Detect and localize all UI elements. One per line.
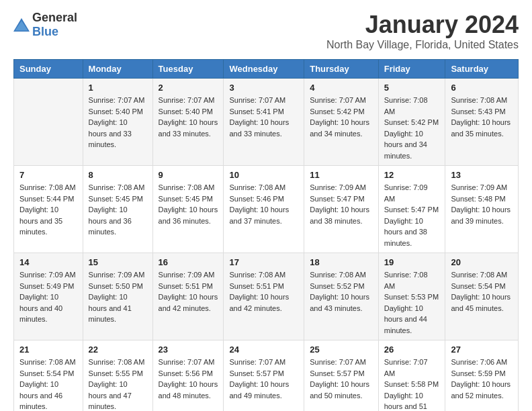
calendar-cell-2-2: 16Sunrise: 7:09 AMSunset: 5:51 PMDayligh…: [152, 253, 224, 340]
day-info: Sunrise: 7:08 AMSunset: 5:45 PMDaylight:…: [89, 182, 147, 238]
day-number: 24: [229, 345, 298, 355]
calendar-cell-3-3: 24Sunrise: 7:07 AMSunset: 5:57 PMDayligh…: [224, 340, 304, 412]
day-number: 3: [229, 83, 298, 93]
day-number: 26: [384, 345, 440, 355]
day-info: Sunrise: 7:07 AMSunset: 5:58 PMDaylight:…: [384, 357, 440, 411]
calendar-cell-1-2: 9Sunrise: 7:08 AMSunset: 5:45 PMDaylight…: [152, 166, 224, 253]
day-info: Sunrise: 7:07 AMSunset: 5:40 PMDaylight:…: [159, 95, 218, 139]
day-number: 17: [229, 257, 298, 267]
header-sunday: Sunday: [14, 60, 83, 79]
calendar-cell-0-3: 3Sunrise: 7:07 AMSunset: 5:41 PMDaylight…: [224, 79, 304, 166]
day-info: Sunrise: 7:09 AMSunset: 5:47 PMDaylight:…: [310, 182, 372, 226]
header: General Blue January 2024 North Bay Vill…: [13, 11, 519, 51]
day-number: 1: [89, 83, 147, 93]
day-info: Sunrise: 7:07 AMSunset: 5:41 PMDaylight:…: [229, 95, 298, 139]
calendar-cell-3-5: 26Sunrise: 7:07 AMSunset: 5:58 PMDayligh…: [378, 340, 445, 412]
day-info: Sunrise: 7:07 AMSunset: 5:57 PMDaylight:…: [310, 357, 372, 401]
day-number: 18: [310, 257, 372, 267]
calendar-cell-2-4: 18Sunrise: 7:08 AMSunset: 5:52 PMDayligh…: [304, 253, 378, 340]
calendar-cell-0-1: 1Sunrise: 7:07 AMSunset: 5:40 PMDaylight…: [83, 79, 152, 166]
day-number: 12: [384, 170, 440, 180]
calendar-week-2: 14Sunrise: 7:09 AMSunset: 5:49 PMDayligh…: [14, 253, 519, 340]
day-number: 13: [451, 170, 513, 180]
day-number: 21: [19, 345, 77, 355]
calendar-cell-0-0: [14, 79, 83, 166]
calendar-cell-0-4: 4Sunrise: 7:07 AMSunset: 5:42 PMDaylight…: [304, 79, 378, 166]
day-info: Sunrise: 7:08 AMSunset: 5:52 PMDaylight:…: [310, 269, 372, 314]
day-number: 9: [159, 170, 218, 180]
day-info: Sunrise: 7:08 AMSunset: 5:43 PMDaylight:…: [451, 95, 513, 139]
calendar-cell-3-1: 22Sunrise: 7:08 AMSunset: 5:55 PMDayligh…: [83, 340, 152, 412]
calendar-cell-3-0: 21Sunrise: 7:08 AMSunset: 5:54 PMDayligh…: [14, 340, 83, 412]
calendar-cell-1-6: 13Sunrise: 7:09 AMSunset: 5:48 PMDayligh…: [445, 166, 519, 253]
calendar-cell-0-6: 6Sunrise: 7:08 AMSunset: 5:43 PMDaylight…: [445, 79, 519, 166]
day-info: Sunrise: 7:08 AMSunset: 5:45 PMDaylight:…: [159, 182, 218, 226]
calendar-cell-1-5: 12Sunrise: 7:09 AMSunset: 5:47 PMDayligh…: [378, 166, 445, 253]
calendar-cell-2-0: 14Sunrise: 7:09 AMSunset: 5:49 PMDayligh…: [14, 253, 83, 340]
day-info: Sunrise: 7:09 AMSunset: 5:51 PMDaylight:…: [159, 269, 218, 314]
calendar-cell-2-6: 20Sunrise: 7:08 AMSunset: 5:54 PMDayligh…: [445, 253, 519, 340]
title-section: January 2024 North Bay Village, Florida,…: [326, 11, 519, 51]
day-info: Sunrise: 7:07 AMSunset: 5:40 PMDaylight:…: [89, 95, 147, 150]
day-info: Sunrise: 7:09 AMSunset: 5:47 PMDaylight:…: [384, 182, 440, 248]
day-info: Sunrise: 7:09 AMSunset: 5:48 PMDaylight:…: [451, 182, 513, 226]
day-number: 19: [384, 257, 440, 267]
day-info: Sunrise: 7:09 AMSunset: 5:49 PMDaylight:…: [19, 269, 77, 325]
day-number: 7: [19, 170, 77, 180]
calendar-cell-2-5: 19Sunrise: 7:08 AMSunset: 5:53 PMDayligh…: [378, 253, 445, 340]
day-number: 4: [310, 83, 372, 93]
logo: General Blue: [13, 11, 77, 39]
calendar-cell-2-3: 17Sunrise: 7:08 AMSunset: 5:51 PMDayligh…: [224, 253, 304, 340]
header-thursday: Thursday: [304, 60, 378, 79]
day-number: 8: [89, 170, 147, 180]
calendar-table: Sunday Monday Tuesday Wednesday Thursday…: [13, 59, 519, 411]
calendar-cell-1-1: 8Sunrise: 7:08 AMSunset: 5:45 PMDaylight…: [83, 166, 152, 253]
day-info: Sunrise: 7:08 AMSunset: 5:55 PMDaylight:…: [89, 357, 147, 411]
weekday-header-row: Sunday Monday Tuesday Wednesday Thursday…: [14, 60, 519, 79]
day-number: 10: [229, 170, 298, 180]
header-saturday: Saturday: [445, 60, 519, 79]
calendar-cell-1-3: 10Sunrise: 7:08 AMSunset: 5:46 PMDayligh…: [224, 166, 304, 253]
logo-general: General: [32, 11, 77, 24]
header-friday: Friday: [378, 60, 445, 79]
day-number: 20: [451, 257, 513, 267]
calendar-cell-1-0: 7Sunrise: 7:08 AMSunset: 5:44 PMDaylight…: [14, 166, 83, 253]
day-info: Sunrise: 7:08 AMSunset: 5:44 PMDaylight:…: [19, 182, 77, 238]
calendar-cell-3-2: 23Sunrise: 7:07 AMSunset: 5:56 PMDayligh…: [152, 340, 224, 412]
calendar-week-3: 21Sunrise: 7:08 AMSunset: 5:54 PMDayligh…: [14, 340, 519, 412]
day-number: 14: [19, 257, 77, 267]
day-info: Sunrise: 7:07 AMSunset: 5:57 PMDaylight:…: [229, 357, 298, 401]
day-number: 11: [310, 170, 372, 180]
day-info: Sunrise: 7:08 AMSunset: 5:42 PMDaylight:…: [384, 95, 440, 161]
day-number: 27: [451, 345, 513, 355]
calendar-cell-0-2: 2Sunrise: 7:07 AMSunset: 5:40 PMDaylight…: [152, 79, 224, 166]
day-number: 23: [159, 345, 218, 355]
day-info: Sunrise: 7:06 AMSunset: 5:59 PMDaylight:…: [451, 357, 513, 401]
day-info: Sunrise: 7:08 AMSunset: 5:54 PMDaylight:…: [19, 357, 77, 411]
logo-blue: Blue: [32, 25, 58, 38]
day-number: 6: [451, 83, 513, 93]
day-info: Sunrise: 7:08 AMSunset: 5:53 PMDaylight:…: [384, 269, 440, 336]
calendar-cell-0-5: 5Sunrise: 7:08 AMSunset: 5:42 PMDaylight…: [378, 79, 445, 166]
day-number: 15: [89, 257, 147, 267]
day-number: 16: [159, 257, 218, 267]
calendar-title: January 2024: [326, 11, 519, 39]
logo-icon: [13, 18, 30, 32]
header-tuesday: Tuesday: [152, 60, 224, 79]
day-info: Sunrise: 7:08 AMSunset: 5:46 PMDaylight:…: [229, 182, 298, 226]
calendar-subtitle: North Bay Village, Florida, United State…: [326, 39, 519, 51]
calendar-cell-1-4: 11Sunrise: 7:09 AMSunset: 5:47 PMDayligh…: [304, 166, 378, 253]
calendar-cell-2-1: 15Sunrise: 7:09 AMSunset: 5:50 PMDayligh…: [83, 253, 152, 340]
header-monday: Monday: [83, 60, 152, 79]
day-info: Sunrise: 7:07 AMSunset: 5:56 PMDaylight:…: [159, 357, 218, 401]
calendar-cell-3-6: 27Sunrise: 7:06 AMSunset: 5:59 PMDayligh…: [445, 340, 519, 412]
day-number: 5: [384, 83, 440, 93]
calendar-week-1: 7Sunrise: 7:08 AMSunset: 5:44 PMDaylight…: [14, 166, 519, 253]
day-info: Sunrise: 7:08 AMSunset: 5:51 PMDaylight:…: [229, 269, 298, 314]
day-number: 25: [310, 345, 372, 355]
header-wednesday: Wednesday: [224, 60, 304, 79]
calendar-cell-3-4: 25Sunrise: 7:07 AMSunset: 5:57 PMDayligh…: [304, 340, 378, 412]
day-number: 2: [159, 83, 218, 93]
calendar-week-0: 1Sunrise: 7:07 AMSunset: 5:40 PMDaylight…: [14, 79, 519, 166]
day-info: Sunrise: 7:09 AMSunset: 5:50 PMDaylight:…: [89, 269, 147, 325]
